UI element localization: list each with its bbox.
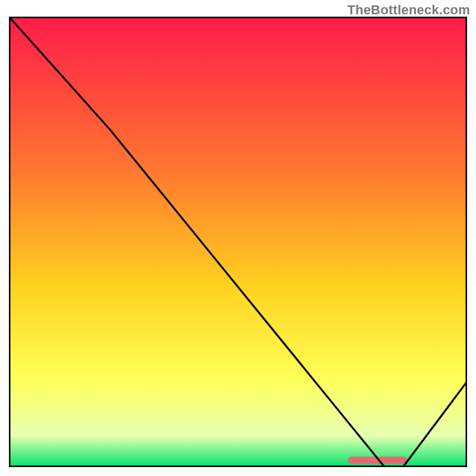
plot-area <box>9 17 467 467</box>
gradient-background <box>9 17 467 467</box>
chart-svg <box>9 17 467 467</box>
watermark-text: TheBottleneck.com <box>347 2 470 18</box>
chart-stage: TheBottleneck.com <box>0 0 476 476</box>
